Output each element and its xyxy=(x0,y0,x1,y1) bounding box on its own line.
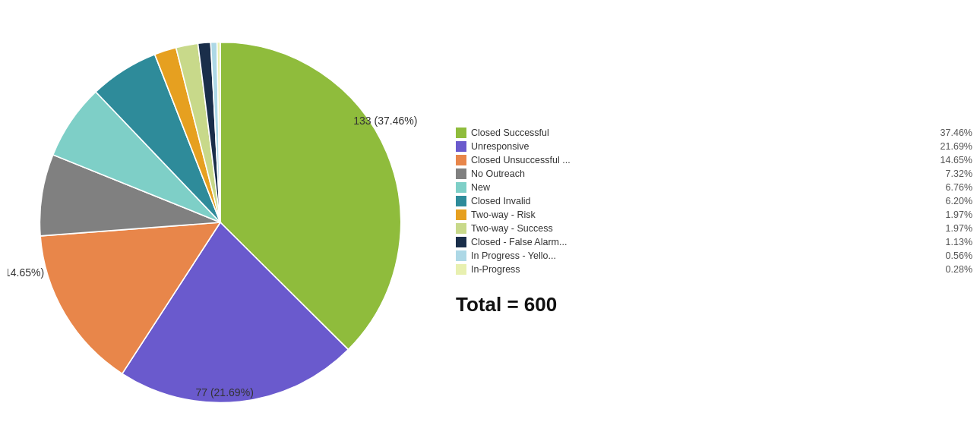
legend-color-box xyxy=(456,209,466,220)
legend-item: Two-way - Success1.97% xyxy=(456,223,972,234)
slice-label-1: 77 (21.69%) xyxy=(195,386,253,398)
legend-item: Closed Invalid6.20% xyxy=(456,196,972,206)
legend-color-box xyxy=(456,237,466,247)
legend-pct-text: 6.76% xyxy=(946,182,972,193)
legend-pct-text: 14.65% xyxy=(940,155,972,165)
legend: Closed Successful37.46%Unresponsive21.69… xyxy=(456,128,972,275)
slice-label-0: 133 (37.46%) xyxy=(353,115,417,127)
legend-pct-text: 0.56% xyxy=(946,250,972,261)
legend-color-box xyxy=(456,155,466,165)
legend-color-box xyxy=(456,250,466,261)
pie-chart-svg: 133 (37.46%)77 (21.69%)52 (14.65%) xyxy=(8,17,433,427)
legend-pct-text: 6.20% xyxy=(946,196,972,206)
legend-pct-text: 1.97% xyxy=(946,223,972,234)
legend-pct-text: 0.28% xyxy=(946,264,972,275)
legend-item: Closed Unsuccessful ...14.65% xyxy=(456,155,972,165)
legend-label-text: Two-way - Risk xyxy=(471,209,938,220)
legend-label-text: Closed Unsuccessful ... xyxy=(471,155,933,165)
legend-item: New6.76% xyxy=(456,182,972,193)
legend-item: In-Progress0.28% xyxy=(456,264,972,275)
legend-item: Two-way - Risk1.97% xyxy=(456,209,972,220)
legend-pct-text: 21.69% xyxy=(940,141,972,152)
legend-item: Closed - False Alarm...1.13% xyxy=(456,237,972,247)
legend-color-box xyxy=(456,168,466,179)
legend-label-text: New xyxy=(471,182,938,193)
legend-color-box xyxy=(456,223,466,234)
legend-color-box xyxy=(456,182,466,193)
legend-total-wrapper: Closed Successful37.46%Unresponsive21.69… xyxy=(456,128,972,316)
legend-label-text: Two-way - Success xyxy=(471,223,938,234)
legend-label-text: Unresponsive xyxy=(471,141,933,152)
legend-label-text: Closed - False Alarm... xyxy=(471,237,938,247)
total-text: Total = 600 xyxy=(456,293,972,316)
legend-item: In Progress - Yello...0.56% xyxy=(456,250,972,261)
legend-pct-text: 7.32% xyxy=(946,168,972,179)
pie-chart-wrapper: 133 (37.46%)77 (21.69%)52 (14.65%) xyxy=(8,17,433,427)
legend-label-text: Closed Successful xyxy=(471,128,933,138)
legend-color-box xyxy=(456,196,466,206)
legend-label-text: Closed Invalid xyxy=(471,196,938,206)
legend-item: Closed Successful37.46% xyxy=(456,128,972,138)
chart-container: 133 (37.46%)77 (21.69%)52 (14.65%) Close… xyxy=(0,0,980,444)
legend-label-text: In-Progress xyxy=(471,264,938,275)
legend-pct-text: 1.13% xyxy=(946,237,972,247)
legend-label-text: In Progress - Yello... xyxy=(471,250,938,261)
legend-color-box xyxy=(456,264,466,275)
legend-pct-text: 1.97% xyxy=(946,209,972,220)
legend-label-text: No Outreach xyxy=(471,168,938,179)
legend-color-box xyxy=(456,141,466,152)
slice-label-2: 52 (14.65%) xyxy=(8,266,44,279)
legend-pct-text: 37.46% xyxy=(940,128,972,138)
legend-item: Unresponsive21.69% xyxy=(456,141,972,152)
legend-item: No Outreach7.32% xyxy=(456,168,972,179)
legend-color-box xyxy=(456,128,466,138)
